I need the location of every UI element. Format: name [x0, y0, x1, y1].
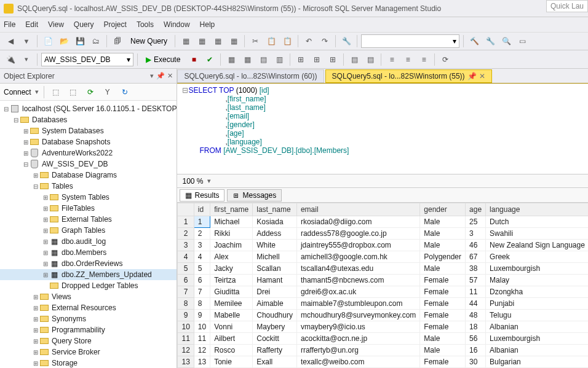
tree-server[interactable]: localhost (SQL Server 16.0.1105.1 - DESK… [22, 104, 177, 113]
tab-sqlquery5[interactable]: SQLQuery5.sql - lo...82S\Winstorm (55))📌… [325, 69, 492, 83]
menu-tools[interactable]: Tools [137, 20, 154, 29]
table-row[interactable]: 88MemileeAimablemaimable7@stumbleupon.co… [178, 298, 588, 310]
col-header[interactable]: email [296, 203, 419, 216]
tree-servicebroker[interactable]: Service Broker [52, 348, 100, 356]
zoom-level[interactable]: 100 % [182, 177, 203, 186]
props-button[interactable]: 🔧 [340, 34, 353, 48]
copy-button[interactable]: 📋 [264, 34, 278, 48]
tree-systables[interactable]: System Tables [62, 193, 109, 202]
expander-icon[interactable]: ⊞ [32, 316, 39, 323]
tree-extres[interactable]: External Resources [52, 303, 116, 312]
nav-forward-button[interactable]: ▼ [20, 34, 33, 48]
col-header[interactable] [178, 203, 194, 216]
expander-icon[interactable]: ⊞ [42, 205, 49, 212]
table-row[interactable]: 1010VonniMayberyvmaybery9@icio.usFemale1… [178, 321, 588, 333]
tree-members[interactable]: dbo.Members [62, 248, 106, 257]
expander-icon[interactable]: ⊞ [22, 128, 30, 135]
dmx-button[interactable]: ▦ [227, 34, 240, 48]
expander-icon[interactable]: ⊞ [32, 338, 39, 345]
panel-pin-icon[interactable]: 📌 [156, 72, 165, 80]
results-grid-button[interactable]: ▤ [256, 53, 270, 66]
sql-editor[interactable]: ⊟SELECT TOP (1000) [id] ,[first_name] ,[… [177, 84, 588, 174]
tree-sysdb[interactable]: System Databases [42, 127, 104, 135]
trace-button[interactable]: ⟳ [439, 53, 452, 66]
window-icon[interactable]: ▭ [515, 34, 529, 48]
menu-file[interactable]: File [4, 20, 15, 29]
plan2-button[interactable]: ▦ [240, 53, 254, 66]
expander-icon[interactable]: ⊞ [32, 360, 39, 367]
paste-button[interactable]: 📋 [280, 34, 294, 48]
zoom-dropdown-icon[interactable]: ▾ [207, 177, 211, 185]
new-button[interactable]: 📄 [41, 34, 55, 48]
parse-button[interactable]: ✔ [203, 53, 217, 66]
pin-icon[interactable]: 📌 [467, 72, 477, 80]
search-icon[interactable]: 🔍 [499, 34, 513, 48]
col-header[interactable]: age [466, 203, 486, 216]
tool-icon[interactable]: 🔨 [467, 34, 481, 48]
tree-tables[interactable]: Tables [52, 182, 73, 190]
dax-button[interactable]: ▦ [211, 34, 224, 48]
indent-button[interactable]: ≡ [385, 53, 399, 66]
refresh-button[interactable]: ⟳ [84, 85, 97, 99]
connection-icon[interactable]: 🔌 [4, 53, 17, 66]
object-tree[interactable]: ⊟localhost (SQL Server 16.0.1105.1 - DES… [0, 101, 177, 368]
quick-launch-input[interactable]: Quick Lau [546, 0, 588, 12]
tree-dropped[interactable]: Dropped Ledger Tables [62, 281, 138, 290]
connection-dropdown[interactable]: ▾ [20, 53, 33, 66]
tree-adv[interactable]: AdventureWorks2022 [42, 149, 113, 157]
collapse-button[interactable]: ↻ [118, 85, 132, 99]
tree-programmability[interactable]: Programmability [52, 326, 105, 334]
expander-icon[interactable]: ⊞ [22, 139, 30, 146]
table-row[interactable]: 55JackyScallantscallan4@utexas.eduMale38… [178, 263, 588, 275]
expander-icon[interactable]: ⊟ [22, 161, 30, 168]
results-text-button[interactable]: ▥ [272, 53, 286, 66]
stop-filter-button[interactable]: Ү [101, 85, 114, 99]
expander-icon[interactable]: ⊞ [42, 260, 49, 267]
expander-icon[interactable]: ⊞ [42, 194, 49, 201]
expander-icon[interactable]: ⊞ [32, 172, 39, 179]
expander-icon[interactable]: ⊞ [32, 305, 39, 311]
comment-button[interactable]: ▤ [348, 53, 361, 66]
menu-edit[interactable]: Edit [25, 20, 38, 29]
tree-synonyms[interactable]: Synonyms [52, 315, 86, 323]
tree-diagrams[interactable]: Database Diagrams [52, 171, 117, 179]
tree-storage[interactable]: Storage [52, 359, 77, 367]
table-row[interactable]: 1111AilbertCockittacockitta@ocn.ne.jpMal… [178, 333, 588, 345]
table-row[interactable]: 44AlexMichellamichell3@google.com.hkPoly… [178, 251, 588, 263]
saveall-button[interactable]: 🗂 [89, 34, 103, 48]
tree-views[interactable]: Views [52, 292, 71, 301]
table-row[interactable]: 33JoachimWhitejdaintrey555@dropbox.comMa… [178, 240, 588, 251]
tree-aw[interactable]: AW_SSIS_DEV_DB [42, 160, 108, 168]
close-icon[interactable]: ✕ [479, 72, 485, 80]
new-query-icon[interactable]: 🗐 [111, 34, 124, 48]
uncomment-button[interactable]: ▤ [364, 53, 377, 66]
filter-button[interactable]: ⬚ [66, 85, 80, 99]
col-header[interactable]: gender [420, 203, 466, 216]
expander-icon[interactable]: ⊞ [42, 216, 49, 223]
expander-icon[interactable]: ⊟ [12, 117, 20, 123]
expander-icon[interactable]: ⊞ [42, 238, 49, 245]
table-row[interactable]: 1212RoscoRaffertyrraffertyb@un.orgMale16… [178, 345, 588, 356]
tree-snapshots[interactable]: Database Snapshots [42, 138, 110, 146]
connect-dropdown-icon[interactable]: ▾ [35, 88, 39, 96]
expander-icon[interactable]: ⊞ [32, 349, 39, 356]
results-tab[interactable]: ▦Results [180, 189, 224, 202]
connect-button[interactable]: Connect [4, 88, 31, 96]
open-button[interactable]: 📂 [57, 34, 71, 48]
col-header[interactable]: language [486, 203, 588, 216]
tree-exttables[interactable]: External Tables [62, 215, 112, 224]
table-row[interactable]: 1313TonieExalltexallc@weibo.comFemale30B… [178, 356, 588, 368]
execute-button[interactable]: ▶Execute [141, 53, 185, 66]
tree-zzmembers[interactable]: dbo.ZZ_Members_Updated [62, 270, 152, 279]
stop-button[interactable]: ■ [187, 53, 201, 66]
outdent-button[interactable]: ≡ [401, 53, 415, 66]
expander-icon[interactable]: ⊞ [22, 150, 30, 157]
table-row[interactable]: 11MichaelKosiadarkosiada0@diigo.comMale2… [178, 216, 588, 228]
expander-icon[interactable]: ⊞ [42, 249, 49, 256]
option2-button[interactable]: ⊞ [310, 53, 324, 66]
undo-button[interactable]: ↶ [302, 34, 316, 48]
tree-graphtables[interactable]: Graph Tables [62, 226, 105, 235]
menu-view[interactable]: View [48, 20, 64, 29]
option1-button[interactable]: ⊞ [294, 53, 308, 66]
expander-icon[interactable]: ⊞ [32, 327, 39, 334]
